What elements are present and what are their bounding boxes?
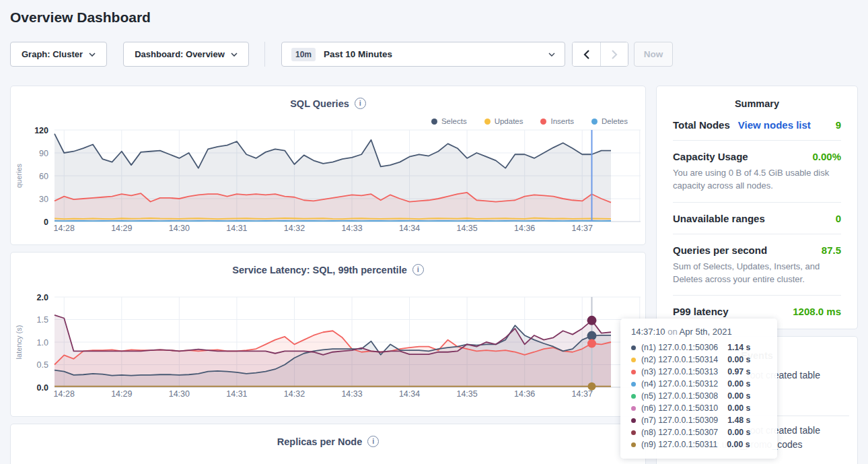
tooltip-header: 14:37:10 on Apr 5th, 2021 (631, 327, 768, 337)
svg-text:14:33: 14:33 (341, 224, 362, 233)
tooltip-row: (n1) 127.0.0.1:503061.14 s (631, 341, 768, 354)
svg-text:60: 60 (39, 172, 48, 181)
summary-description: You are using 0 B of 4.5 GiB usable disk… (673, 167, 841, 193)
svg-text:14:28: 14:28 (54, 224, 75, 233)
svg-text:14:35: 14:35 (456, 224, 477, 233)
svg-text:14:32: 14:32 (284, 389, 305, 399)
time-nav-group (572, 42, 628, 67)
dashboard-dropdown[interactable]: Dashboard: Overview (123, 42, 249, 67)
node-color-dot-icon (631, 358, 636, 362)
summary-title: Summary (673, 98, 841, 109)
tooltip-node-value: 0.00 s (727, 391, 750, 401)
view-nodes-list-link[interactable]: View nodes list (738, 119, 811, 131)
chart-title-text: SQL Queries (290, 98, 349, 109)
charts-column: SQL Queries i SelectsUpdatesInsertsDelet… (10, 86, 646, 464)
latency-chart-card: Service Latency: SQL, 99th percentile i … (10, 252, 646, 417)
tooltip-node-value: 0.00 s (727, 403, 750, 413)
svg-text:90: 90 (39, 149, 48, 158)
summary-label: Queries per second (673, 244, 767, 256)
tooltip-row: (n9) 127.0.0.1:503110.00 s (631, 438, 768, 451)
tooltip-node-value: 0.00 s (727, 428, 750, 437)
legend-dot-icon (431, 119, 437, 125)
node-color-dot-icon (631, 406, 636, 411)
chevron-down-icon (231, 53, 238, 57)
tooltip-row: (n7) 127.0.0.1:503091.48 s (631, 414, 768, 426)
svg-text:14:30: 14:30 (169, 224, 190, 233)
tooltip-node-label: (n3) 127.0.0.1:50313 (641, 367, 718, 376)
summary-value: 9 (836, 119, 841, 131)
svg-text:0.0: 0.0 (37, 383, 48, 393)
node-color-dot-icon (631, 370, 636, 374)
svg-text:14:34: 14:34 (399, 389, 420, 399)
summary-row-total-nodes: Total Nodes View nodes list 9 (673, 109, 841, 141)
summary-label: Capacity Usage (673, 151, 748, 162)
tooltip-on: on (667, 327, 677, 337)
svg-text:14:33: 14:33 (341, 389, 362, 399)
prev-range-button[interactable] (573, 42, 600, 66)
latency-chart-title: Service Latency: SQL, 99th percentile i (11, 264, 645, 275)
chart-title-text: Service Latency: SQL, 99th percentile (232, 265, 407, 275)
tooltip-node-label: (n9) 127.0.0.1:50311 (641, 440, 717, 449)
time-range-selector[interactable]: 10m Past 10 Minutes (281, 42, 565, 67)
summary-label: Unavailable ranges (673, 213, 765, 224)
svg-text:14:29: 14:29 (111, 224, 132, 233)
tooltip-node-label: (n1) 127.0.0.1:50306 (641, 343, 718, 352)
tooltip-row: (n2) 127.0.0.1:503140.00 s (631, 354, 768, 366)
svg-text:14:35: 14:35 (456, 389, 477, 399)
chart-title-text: Replicas per Node (277, 436, 363, 447)
svg-text:14:37: 14:37 (572, 224, 593, 233)
tooltip-node-value: 0.00 s (727, 440, 750, 449)
hover-dot (587, 383, 595, 391)
graph-dropdown-label: Graph: Cluster (22, 49, 83, 59)
node-color-dot-icon (631, 430, 636, 435)
tooltip-date: Apr 5th, 2021 (680, 327, 732, 337)
info-icon[interactable]: i (412, 264, 424, 275)
svg-text:2.0: 2.0 (37, 293, 48, 302)
node-color-dot-icon (631, 418, 636, 423)
svg-text:1.0: 1.0 (37, 338, 48, 347)
page-title: Overview Dashboard (10, 9, 868, 26)
legend-dot-icon (484, 119, 491, 125)
svg-text:14:31: 14:31 (226, 224, 247, 233)
tooltip-time: 14:37:10 (631, 327, 665, 337)
sql-queries-chart-canvas[interactable]: 14:2814:2914:3014:3114:3214:3314:3414:35… (12, 125, 643, 236)
svg-text:120: 120 (34, 126, 48, 135)
svg-text:14:29: 14:29 (111, 389, 132, 399)
chevron-down-icon (548, 53, 555, 57)
legend-dot-icon (540, 119, 546, 125)
tooltip-row: (n6) 127.0.0.1:503100.00 s (631, 402, 768, 414)
svg-text:30: 30 (39, 195, 48, 204)
tooltip-node-label: (n6) 127.0.0.1:50310 (641, 403, 718, 413)
tooltip-row: (n3) 127.0.0.1:503130.97 s (631, 366, 768, 378)
svg-text:14:37: 14:37 (572, 389, 593, 399)
tooltip-row: (n8) 127.0.0.1:503070.00 s (631, 426, 768, 438)
now-button: Now (634, 42, 673, 67)
tooltip-node-label: (n8) 127.0.0.1:50307 (641, 428, 718, 437)
toolbar: Graph: Cluster Dashboard: Overview 10m P… (10, 42, 858, 67)
graph-dropdown[interactable]: Graph: Cluster (10, 42, 107, 67)
node-color-dot-icon (631, 394, 636, 399)
tooltip-rows: (n1) 127.0.0.1:503061.14 s(n2) 127.0.0.1… (631, 341, 768, 451)
time-range-badge: 10m (291, 48, 316, 61)
svg-text:latency (s): latency (s) (15, 325, 23, 360)
latency-chart-canvas[interactable]: 14:2814:2914:3014:3114:3214:3314:3414:35… (12, 288, 643, 402)
info-icon[interactable]: i (355, 98, 366, 109)
tooltip-row: (n5) 127.0.0.1:503080.00 s (631, 390, 768, 402)
svg-text:14:28: 14:28 (54, 389, 75, 399)
chevron-right-icon (612, 50, 618, 59)
summary-row-capacity: Capacity Usage 0.00% You are using 0 B o… (673, 141, 841, 203)
node-color-dot-icon (631, 442, 636, 447)
replicas-chart-title: Replicas per Node i (11, 436, 645, 447)
tooltip-node-value: 0.00 s (727, 355, 750, 364)
summary-description: Sum of Selects, Updates, Inserts, and De… (673, 261, 841, 286)
info-icon[interactable]: i (367, 436, 379, 447)
summary-value: 87.5 (822, 244, 841, 256)
node-color-dot-icon (631, 382, 636, 387)
svg-text:1.5: 1.5 (37, 315, 48, 325)
summary-value: 0.00% (812, 151, 841, 162)
summary-value: 1208.0 ms (793, 306, 841, 317)
overview-dashboard-page: Overview Dashboard Graph: Cluster Dashbo… (0, 9, 868, 464)
toolbar-divider (264, 42, 265, 67)
svg-text:14:32: 14:32 (284, 224, 305, 233)
svg-text:0.5: 0.5 (37, 360, 48, 370)
